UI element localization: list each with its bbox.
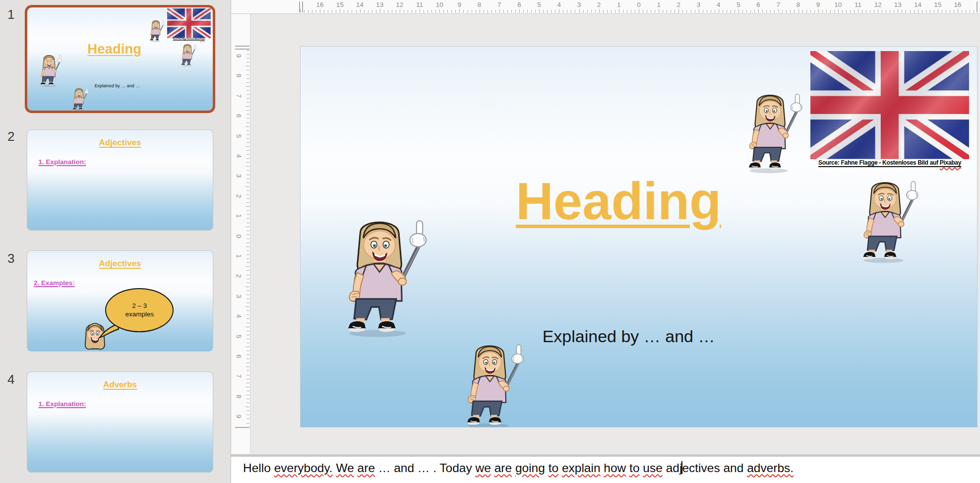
h-ruler-number: 3 xyxy=(574,1,584,8)
bitmoji-presenter-right[interactable] xyxy=(851,178,922,263)
bitmoji-presenter-by-flag[interactable] xyxy=(737,91,806,174)
flag-source-caption[interactable]: Source: Fahne Flagge - Kostenloses Bild … xyxy=(167,38,211,40)
bitmoji-presenter-bottom[interactable] xyxy=(455,341,528,427)
ruler-tick xyxy=(543,10,544,13)
ruler-tick xyxy=(245,106,249,107)
bitmoji-presenter-by-flag[interactable] xyxy=(147,19,166,42)
ruler-tick xyxy=(942,10,942,13)
ruler-tick xyxy=(235,427,249,428)
ruler-tick xyxy=(332,10,332,13)
ruler-tick xyxy=(246,375,249,375)
ruler-tick xyxy=(246,150,249,151)
slide-1-editing-surface[interactable]: Source: Fahne Flagge - Kostenloses Bild … xyxy=(300,46,978,427)
ruler-tick xyxy=(246,318,249,319)
h-ruler-number: 6 xyxy=(753,1,763,8)
ruler-tick xyxy=(886,10,886,13)
ruler-tick xyxy=(246,78,249,79)
horizontal-ruler: 1615141312111098765432101234567891011121… xyxy=(250,0,980,14)
ruler-tick xyxy=(312,10,312,13)
speaker-notes-text[interactable]: Hello everybody. We are … and … . Today … xyxy=(243,461,794,475)
ruler-tick xyxy=(603,10,604,13)
ruler-tick xyxy=(245,186,249,187)
ruler-tick xyxy=(246,283,249,283)
ruler-tick xyxy=(647,10,647,13)
ruler-tick xyxy=(443,10,444,13)
ruler-tick xyxy=(635,10,635,13)
notes-word-misspelled: are xyxy=(494,461,512,475)
ruler-tick xyxy=(778,9,779,13)
slide-subtitle-textbox[interactable]: Explained by … and … xyxy=(524,327,734,346)
flag-source-caption[interactable]: Source: Fahne Flagge - Kostenloses Bild … xyxy=(809,159,971,166)
ruler-tick xyxy=(682,10,683,13)
ruler-tick xyxy=(711,10,711,13)
ruler-tick xyxy=(511,10,512,13)
ruler-tick xyxy=(738,9,739,13)
ruler-tick xyxy=(246,262,249,263)
thumb3-title: Adjectives xyxy=(27,259,213,269)
ruler-tick xyxy=(850,10,851,13)
ruler-tick xyxy=(245,166,249,167)
slide-thumbnail-3[interactable]: Adjectives 2. Examples: 2 – 3 examples xyxy=(27,250,213,352)
ruler-tick xyxy=(420,9,420,13)
uk-flag-image[interactable] xyxy=(810,51,969,159)
ruler-tick xyxy=(246,258,249,259)
ruler-tick xyxy=(246,130,249,131)
slide1-content: Source: Fahne Flagge - Kostenloses Bild … xyxy=(301,47,977,427)
ruler-tick xyxy=(392,10,392,13)
h-ruler-number: 15 xyxy=(335,1,345,8)
h-ruler-number: 7 xyxy=(494,1,504,8)
slide-thumbnail-4[interactable]: Adverbs 1. Explanation: xyxy=(27,371,213,473)
ruler-tick xyxy=(246,242,249,243)
h-ruler-number: 14 xyxy=(913,1,923,8)
ruler-tick xyxy=(376,10,376,13)
v-ruler-number: 2 xyxy=(235,272,243,281)
ruler-tick xyxy=(834,10,835,13)
notes-word-misspelled: how xyxy=(604,461,626,475)
ruler-tick xyxy=(246,102,249,103)
h-ruler-number: 11 xyxy=(853,1,863,8)
ruler-tick xyxy=(842,10,843,13)
bitmoji-presenter-bottom[interactable] xyxy=(69,87,89,111)
v-ruler-number: 7 xyxy=(235,91,243,100)
bitmoji-presenter-left[interactable] xyxy=(36,54,63,87)
slide-title-textbox[interactable]: Heading xyxy=(463,175,774,227)
presentation-editor-window: 1 2 3 4 Source: Fahne Flagge - Kostenlos… xyxy=(0,0,980,483)
slide-thumbnail-1-selected[interactable]: Source: Fahne Flagge - Kostenloses Bild … xyxy=(25,5,215,113)
bitmoji-presenter-right[interactable] xyxy=(178,43,197,66)
ruler-tick xyxy=(245,366,249,367)
ruler-tick xyxy=(786,10,787,13)
ruler-tick xyxy=(715,10,715,13)
ruler-tick xyxy=(926,10,926,13)
editing-canvas[interactable]: Source: Fahne Flagge - Kostenloses Bild … xyxy=(250,14,980,454)
uk-flag-image[interactable] xyxy=(167,8,211,38)
h-ruler-number: 11 xyxy=(415,1,425,8)
slide-thumbnail-2[interactable]: Adjectives 1. Explanation: xyxy=(27,129,213,231)
v-ruler-number: 3 xyxy=(235,292,243,301)
ruler-tick xyxy=(707,10,707,13)
h-ruler-number: 0 xyxy=(634,1,644,8)
ruler-tick xyxy=(408,10,408,13)
ruler-tick xyxy=(790,10,791,13)
h-ruler-number: 12 xyxy=(873,1,883,8)
ruler-tick xyxy=(615,10,615,13)
ruler-tick xyxy=(245,146,249,147)
ruler-tick xyxy=(340,9,340,13)
h-ruler-number: 6 xyxy=(514,1,524,8)
ruler-tick xyxy=(674,10,675,13)
notes-pane[interactable]: Hello everybody. We are … and … . Today … xyxy=(231,457,980,483)
ruler-tick xyxy=(320,9,320,13)
ruler-tick xyxy=(246,343,249,343)
ruler-tick xyxy=(246,179,249,179)
ruler-tick xyxy=(246,314,249,315)
ruler-tick xyxy=(428,10,428,13)
ruler-tick xyxy=(246,279,249,279)
bitmoji-presenter-left[interactable] xyxy=(331,216,432,338)
h-ruler-number: 8 xyxy=(475,1,485,8)
ruler-tick xyxy=(380,9,380,13)
ruler-tick xyxy=(766,10,767,13)
uk-flag-icon xyxy=(810,51,969,159)
slide-subtitle-textbox[interactable]: Explained by … and … xyxy=(88,83,146,88)
ruler-tick xyxy=(890,10,890,13)
slide-title-textbox[interactable]: Heading xyxy=(72,42,157,56)
h-ruler-number: 10 xyxy=(434,1,444,8)
